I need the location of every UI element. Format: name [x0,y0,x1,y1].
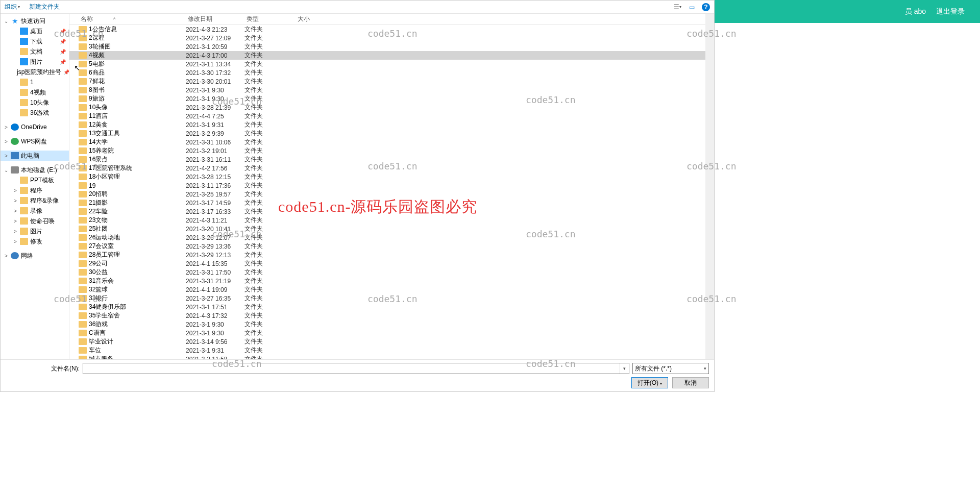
col-type[interactable]: 类型 [247,15,298,23]
file-name: 10头像 [89,103,186,112]
logout-link[interactable]: 退出登录 [936,7,965,16]
tree-item[interactable]: >图片 [1,226,69,236]
file-name: 21摄影 [89,199,186,207]
tree-item[interactable]: 文档📌 [1,46,69,57]
file-row[interactable]: 23文物2021-4-3 11:21文件夹 [69,216,705,225]
file-row[interactable]: 13交通工具2021-3-2 9:39文件夹 [69,129,705,138]
file-date: 2021-3-17 14:59 [186,200,244,207]
tree-item[interactable]: ⌄★快速访问 [1,16,69,26]
filename-input[interactable] [83,363,629,374]
col-name[interactable]: 名称^ [81,15,188,23]
file-row[interactable]: 3轮播图2021-3-1 20:59文件夹 [69,42,705,51]
cancel-button[interactable]: 取消 [672,377,709,388]
tree-item[interactable]: >使命召唤 [1,216,69,226]
tree-item[interactable]: 1 [1,77,69,87]
file-row[interactable]: 31音乐会2021-3-31 21:19文件夹 [69,277,705,285]
user-label[interactable]: 员 abo [905,7,926,16]
expand-chevron-icon[interactable]: > [13,218,18,224]
expand-chevron-icon[interactable]: ⌄ [4,167,9,173]
tree-item[interactable]: >网络 [1,251,69,261]
file-row[interactable]: 11酒店2021-4-4 7:25文件夹 [69,112,705,120]
file-type: 文件夹 [244,251,296,259]
expand-chevron-icon[interactable]: > [4,139,9,144]
file-date: 2021-3-30 17:32 [186,69,244,77]
preview-pane-icon[interactable]: ▭ [688,3,696,11]
expand-chevron-icon[interactable]: > [13,208,18,214]
file-row[interactable]: 2课程2021-3-27 12:09文件夹 [69,34,705,42]
tree-item[interactable]: 10头像 [1,97,69,108]
tree-item[interactable]: >修改 [1,236,69,246]
file-row[interactable]: 16景点2021-3-31 16:11文件夹 [69,155,705,164]
vertical-scrollbar[interactable] [705,14,714,359]
file-row[interactable]: 15养老院2021-3-2 19:01文件夹 [69,146,705,155]
file-row[interactable]: 14大学2021-3-31 10:06文件夹 [69,138,705,146]
expand-chevron-icon[interactable]: ⌄ [4,18,9,24]
file-type: 文件夹 [244,42,296,51]
file-row[interactable]: 28员工管理2021-3-29 12:13文件夹 [69,251,705,259]
tree-item[interactable]: >程序&录像 [1,195,69,206]
file-row[interactable]: 192021-3-11 17:36文件夹 [69,181,705,190]
tree-item[interactable]: 36游戏 [1,108,69,118]
file-row[interactable]: 1公告信息2021-4-3 21:23文件夹 [69,25,705,34]
file-row[interactable]: 9旅游2021-3-1 9:30文件夹 [69,94,705,103]
tree-item[interactable]: 4视频 [1,87,69,97]
expand-chevron-icon[interactable]: > [13,188,18,193]
file-row[interactable]: 29公司2021-4-1 15:35文件夹 [69,259,705,268]
tree-item[interactable]: ⌄本地磁盘 (E:) [1,165,69,175]
tree-item[interactable]: >WPS网盘 [1,136,69,146]
col-size[interactable]: 大小 [298,15,328,23]
new-folder-button[interactable]: 新建文件夹 [29,3,60,11]
file-row[interactable]: 32篮球2021-4-1 19:09文件夹 [69,285,705,294]
filename-dropdown-icon[interactable]: ▾ [620,363,629,374]
expand-chevron-icon[interactable]: > [13,229,18,234]
view-mode-icon[interactable]: ☰▾ [673,3,681,11]
file-row[interactable]: 36游戏2021-3-1 9:30文件夹 [69,320,705,329]
open-button[interactable]: 打开(O) ▾ [631,377,668,388]
file-row[interactable]: 30公益2021-3-31 17:50文件夹 [69,268,705,277]
file-row[interactable]: C语言2021-3-1 9:30文件夹 [69,329,705,337]
file-row[interactable]: 20招聘2021-3-25 19:57文件夹 [69,190,705,199]
file-row[interactable]: 车位2021-3-1 9:31文件夹 [69,346,705,355]
tree-item[interactable]: 下载📌 [1,36,69,46]
file-date: 2021-3-1 9:31 [186,347,244,354]
expand-chevron-icon[interactable]: > [4,125,9,130]
file-row[interactable]: 毕业设计2021-3-14 9:56文件夹 [69,337,705,346]
tree-item[interactable]: PPT模板 [1,175,69,185]
file-row[interactable]: 33银行2021-3-27 16:35文件夹 [69,294,705,303]
expand-chevron-icon[interactable]: > [13,239,18,244]
tree-item[interactable]: >此电脑 [1,151,69,161]
file-row[interactable]: 12美食2021-3-1 9:31文件夹 [69,120,705,129]
tree-item[interactable]: >录像 [1,206,69,216]
filetype-select[interactable]: 所有文件 (*.*)▾ [632,363,709,374]
file-row[interactable]: 17医院管理系统2021-4-2 17:56文件夹 [69,164,705,172]
file-name: 26运动场地 [89,233,186,242]
file-row[interactable]: 22车险2021-3-17 16:33文件夹 [69,207,705,216]
organize-button[interactable]: 组织▾ [5,3,20,11]
file-row[interactable]: 8图书2021-3-1 9:30文件夹 [69,86,705,94]
file-row[interactable]: 18小区管理2021-3-28 12:15文件夹 [69,172,705,181]
tree-item[interactable]: jsp医院预约挂号📌 [1,67,69,77]
file-row[interactable]: 城市服务2021-3-2 11:58文件夹 [69,355,705,359]
file-row[interactable]: 35学生宿舍2021-4-3 17:32文件夹 [69,311,705,320]
folder-icon [79,200,87,206]
tree-item[interactable]: >OneDrive [1,122,69,132]
help-icon[interactable]: ? [702,3,710,11]
file-row[interactable]: 4视频2021-4-3 17:00文件夹 [69,51,705,60]
tree-item[interactable]: >程序 [1,185,69,195]
tree-item[interactable]: 桌面📌 [1,26,69,36]
tree-item[interactable]: 图片📌 [1,57,69,67]
file-row[interactable]: 6商品2021-3-30 17:32文件夹 [69,68,705,77]
file-row[interactable]: 25社团2021-3-20 10:41文件夹 [69,225,705,233]
file-row[interactable]: 5电影2021-3-11 13:34文件夹 [69,60,705,68]
tree-item-label: 程序 [30,186,42,195]
file-row[interactable]: 27会议室2021-3-29 13:36文件夹 [69,242,705,251]
col-date[interactable]: 修改日期 [188,15,247,23]
expand-chevron-icon[interactable]: > [4,153,9,159]
file-row[interactable]: 7鲜花2021-3-30 20:01文件夹 [69,77,705,86]
expand-chevron-icon[interactable]: > [13,198,18,204]
expand-chevron-icon[interactable]: > [4,253,9,259]
file-row[interactable]: 10头像2021-3-28 21:39文件夹 [69,103,705,112]
file-row[interactable]: 21摄影2021-3-17 14:59文件夹 [69,199,705,207]
file-row[interactable]: 34健身俱乐部2021-3-1 17:51文件夹 [69,303,705,311]
file-row[interactable]: 26运动场地2021-3-26 12:07文件夹 [69,233,705,242]
